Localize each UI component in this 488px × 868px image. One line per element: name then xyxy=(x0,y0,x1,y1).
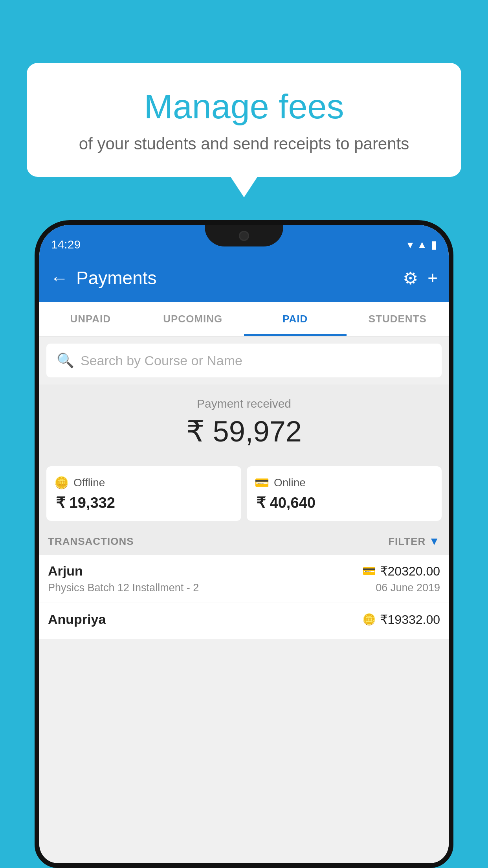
online-label: Online xyxy=(274,476,306,489)
payment-cards-row: 🪙 Offline ₹ 19,332 💳 Online ₹ 40,640 xyxy=(39,459,449,528)
search-placeholder: Search by Course or Name xyxy=(81,353,242,368)
transaction-bottom-1: Physics Batch 12 Installment - 2 06 June… xyxy=(48,582,440,594)
tab-upcoming[interactable]: UPCOMING xyxy=(142,302,244,336)
toolbar-right: ⚙ + xyxy=(403,268,438,288)
settings-icon[interactable]: ⚙ xyxy=(403,268,418,288)
scroll-area: 🔍 Search by Course or Name Payment recei… xyxy=(39,337,449,863)
tab-unpaid[interactable]: UNPAID xyxy=(39,302,142,336)
transaction-amount-wrap-2: 🪙 ₹19332.00 xyxy=(362,612,440,627)
wifi-icon: ▾ xyxy=(407,238,413,251)
status-time: 14:29 xyxy=(51,238,81,251)
phone-vol-down-button xyxy=(35,359,37,398)
transaction-amount-wrap-1: 💳 ₹20320.00 xyxy=(362,564,440,579)
payment-type-icon-2: 🪙 xyxy=(362,613,376,626)
transaction-top-2: Anupriya 🪙 ₹19332.00 xyxy=(48,612,440,627)
add-button[interactable]: + xyxy=(427,268,438,288)
payment-received-section: Payment received ₹ 59,972 xyxy=(39,384,449,459)
offline-label: Offline xyxy=(73,476,105,489)
toolbar: ← Payments ⚙ + xyxy=(39,256,449,300)
transaction-name-2: Anupriya xyxy=(48,612,106,627)
offline-card-header: 🪙 Offline xyxy=(54,476,233,489)
transaction-top-1: Arjun 💳 ₹20320.00 xyxy=(48,563,440,579)
payment-type-icon-1: 💳 xyxy=(362,565,376,577)
phone-power-button xyxy=(451,343,453,374)
phone-vol-up-button xyxy=(35,323,37,347)
transaction-name-1: Arjun xyxy=(48,563,83,579)
filter-icon: ▼ xyxy=(429,535,440,548)
filter-label: FILTER xyxy=(388,535,426,548)
online-icon: 💳 xyxy=(255,476,269,489)
offline-card: 🪙 Offline ₹ 19,332 xyxy=(46,466,241,521)
tab-students[interactable]: STUDENTS xyxy=(347,302,449,336)
transaction-course-1: Physics Batch 12 Installment - 2 xyxy=(48,582,199,594)
search-icon: 🔍 xyxy=(57,352,74,369)
payment-received-label: Payment received xyxy=(47,397,441,410)
online-amount: ₹ 40,640 xyxy=(255,494,434,511)
phone-screen: 14:29 ▾ ▲ ▮ ← Payments ⚙ xyxy=(39,225,449,863)
phone-device: 14:29 ▾ ▲ ▮ ← Payments ⚙ xyxy=(35,220,453,868)
bubble-subtitle: of your students and send receipts to pa… xyxy=(46,134,442,153)
transaction-row[interactable]: Arjun 💳 ₹20320.00 Physics Batch 12 Insta… xyxy=(39,555,449,603)
filter-button[interactable]: FILTER ▼ xyxy=(388,535,440,548)
back-button[interactable]: ← xyxy=(50,269,68,287)
tabs-bar: UNPAID UPCOMING PAID STUDENTS xyxy=(39,302,449,337)
online-card-header: 💳 Online xyxy=(255,476,434,489)
transaction-row[interactable]: Anupriya 🪙 ₹19332.00 xyxy=(39,603,449,639)
offline-amount: ₹ 19,332 xyxy=(54,494,233,511)
battery-icon: ▮ xyxy=(431,238,437,251)
online-card: 💳 Online ₹ 40,640 xyxy=(247,466,442,521)
toolbar-left: ← Payments xyxy=(50,267,157,289)
bubble-title: Manage fees xyxy=(46,86,442,127)
transactions-header: TRANSACTIONS FILTER ▼ xyxy=(39,528,449,555)
search-bar[interactable]: 🔍 Search by Course or Name xyxy=(46,344,442,377)
offline-icon: 🪙 xyxy=(54,476,69,489)
tab-paid[interactable]: PAID xyxy=(244,302,347,336)
camera xyxy=(239,231,249,241)
phone-notch xyxy=(205,225,283,246)
app-bar: 14:29 ▾ ▲ ▮ ← Payments ⚙ xyxy=(39,225,449,302)
transaction-date-1: 06 June 2019 xyxy=(376,582,440,594)
transactions-label: TRANSACTIONS xyxy=(48,535,134,548)
page-title: Payments xyxy=(76,267,157,289)
payment-received-amount: ₹ 59,972 xyxy=(47,414,441,448)
transaction-amount-2: ₹19332.00 xyxy=(380,612,440,627)
speech-bubble: Manage fees of your students and send re… xyxy=(27,63,461,177)
transaction-amount-1: ₹20320.00 xyxy=(380,564,440,579)
status-icons: ▾ ▲ ▮ xyxy=(407,238,437,251)
signal-icon: ▲ xyxy=(417,239,427,251)
